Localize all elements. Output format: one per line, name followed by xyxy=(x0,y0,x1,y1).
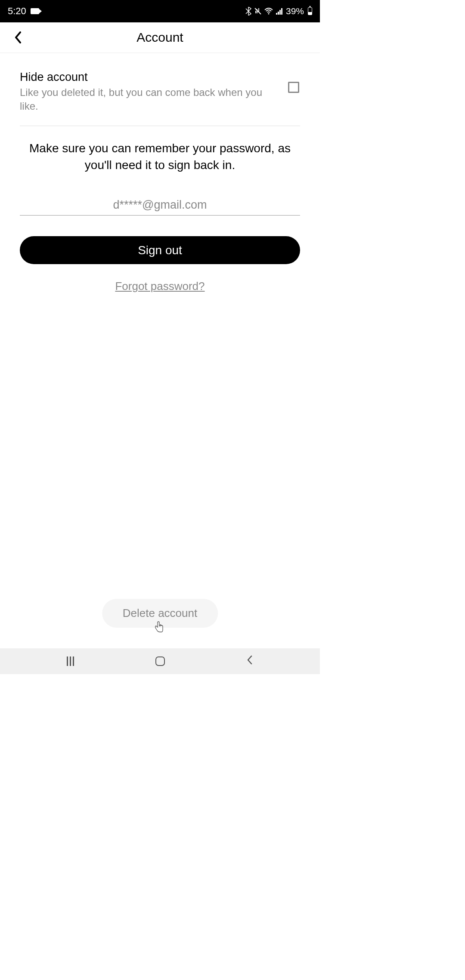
hide-account-title: Hide account xyxy=(20,71,279,84)
nav-home-button[interactable] xyxy=(155,656,165,666)
app-header: Account xyxy=(0,22,320,52)
hide-account-description: Like you deleted it, but you can come ba… xyxy=(20,86,279,114)
svg-rect-1 xyxy=(276,13,277,15)
camera-recording-icon xyxy=(31,8,39,14)
battery-percentage: 39% xyxy=(286,6,304,16)
status-bar: 5:20 39% xyxy=(0,0,320,22)
delete-account-button[interactable]: Delete account xyxy=(102,599,218,628)
status-time: 5:20 xyxy=(8,6,26,17)
password-reminder-text: Make sure you can remember your password… xyxy=(20,140,300,173)
nav-recent-button[interactable] xyxy=(67,656,74,666)
svg-rect-4 xyxy=(281,8,282,15)
status-bar-left: 5:20 xyxy=(8,6,39,17)
hide-account-row[interactable]: Hide account Like you deleted it, but yo… xyxy=(20,71,300,126)
wifi-icon xyxy=(264,8,273,15)
signal-icon xyxy=(276,8,283,15)
svg-rect-3 xyxy=(279,10,281,15)
page-title: Account xyxy=(0,30,320,45)
vibrate-icon xyxy=(254,7,262,15)
forgot-password-link[interactable]: Forgot password? xyxy=(20,280,300,293)
content-area: Hide account Like you deleted it, but yo… xyxy=(0,53,320,293)
bluetooth-icon xyxy=(245,7,251,15)
hide-account-checkbox[interactable] xyxy=(288,82,299,93)
nav-back-button[interactable] xyxy=(246,655,253,668)
sign-out-button[interactable]: Sign out xyxy=(20,236,300,264)
email-field[interactable]: d*****@gmail.com xyxy=(20,198,300,216)
back-button[interactable] xyxy=(9,29,27,46)
svg-point-0 xyxy=(268,13,269,15)
svg-rect-2 xyxy=(278,12,279,15)
status-bar-right: 39% xyxy=(245,6,312,16)
navigation-bar xyxy=(0,648,320,674)
hide-account-text: Hide account Like you deleted it, but yo… xyxy=(20,71,288,114)
battery-icon xyxy=(308,7,312,15)
